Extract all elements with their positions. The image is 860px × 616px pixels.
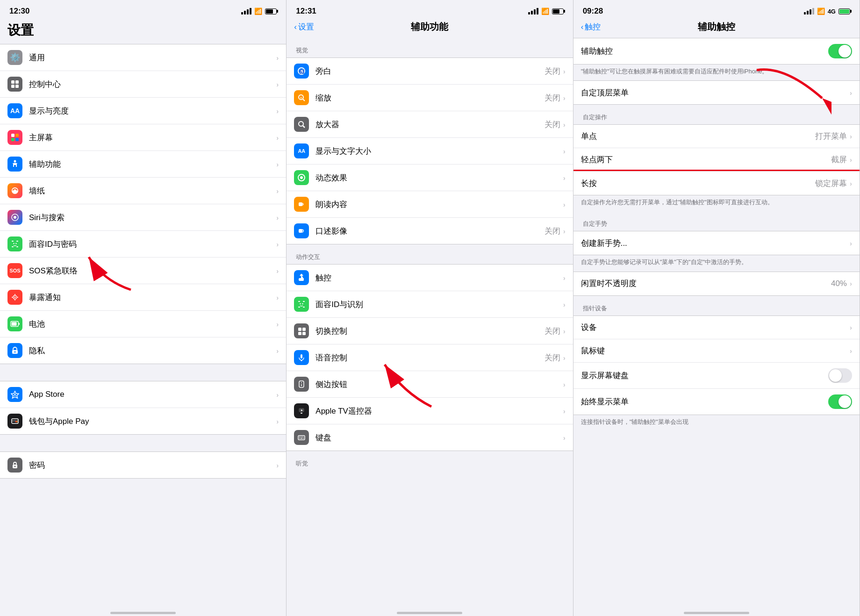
settings-item-battery[interactable]: 电池 › <box>0 311 286 337</box>
chevron-icon: › <box>276 294 279 301</box>
nav-back-3[interactable]: ‹ 触控 <box>581 21 601 32</box>
keyboard-icon <box>294 430 309 445</box>
general-icon: ⚙️ <box>7 50 22 65</box>
display-icon: AA <box>7 103 22 118</box>
at-mousekeys-row[interactable]: 鼠标键 › <box>573 339 860 363</box>
appletv-icon <box>294 403 309 418</box>
siri-icon <box>7 210 22 225</box>
settings-item-siri[interactable]: Siri与搜索 › <box>0 204 286 231</box>
at-device-row[interactable]: 设备 › <box>573 316 860 339</box>
acc-item-zoom[interactable]: + 缩放 关闭 › <box>287 85 573 111</box>
at-toggle-row[interactable]: 辅助触控 <box>573 38 860 64</box>
time-1: 12:30 <box>9 7 29 16</box>
chevron-icon: › <box>563 354 566 362</box>
at-opacity-group: 闲置时不透明度 40% › <box>573 272 860 296</box>
at-always-show-row[interactable]: 始终显示菜单 <box>573 389 860 415</box>
settings-item-wallet[interactable]: 钱包与Apple Pay › <box>0 408 286 434</box>
motion-icon <box>294 170 309 185</box>
password-icon <box>7 458 22 473</box>
acc-item-side-button[interactable]: 侧边按钮 › <box>287 371 573 398</box>
at-toggle[interactable] <box>828 44 852 58</box>
home-indicator-2 <box>397 612 462 614</box>
faceid-icon <box>7 236 22 251</box>
chevron-icon: › <box>850 323 852 331</box>
back-chevron-icon-2: ‹ <box>294 22 297 32</box>
section-header-custom-gestures: 自定手势 <box>573 211 860 231</box>
battery-settings-icon <box>7 316 22 331</box>
chevron-icon: › <box>563 274 566 282</box>
settings-item-faceid[interactable]: 面容ID与密码 › <box>0 231 286 258</box>
acc-item-spoken[interactable]: 朗读内容 › <box>287 191 573 218</box>
at-show-keyboard-row[interactable]: 显示屏幕键盘 <box>573 363 860 389</box>
magnifier-icon <box>294 117 309 132</box>
at-create-gesture[interactable]: 创建新手势... › <box>573 231 860 255</box>
assistivetouch-scroll[interactable]: 辅助触控 "辅助触控"可让您在触摸屏幕有困难或需要自适应配件时使用iPhone。… <box>573 38 860 609</box>
settings-item-accessibility[interactable]: 辅助功能 › <box>0 151 286 178</box>
settings-item-exposure[interactable]: 暴露通知 › <box>0 284 286 311</box>
show-keyboard-toggle[interactable] <box>828 368 852 383</box>
svg-line-39 <box>303 99 305 101</box>
chevron-icon: › <box>850 239 852 247</box>
zoom-icon: + <box>294 90 309 105</box>
toggle-knob-3 <box>838 395 851 408</box>
svg-rect-45 <box>299 202 302 206</box>
at-single-tap[interactable]: 单点 打开菜单 › <box>573 125 860 148</box>
at-topmenu-group: 自定顶层菜单 › <box>573 80 860 105</box>
svg-point-51 <box>300 303 301 304</box>
svg-rect-11 <box>12 241 14 242</box>
settings-item-display[interactable]: AA 显示与亮度 › <box>0 98 286 124</box>
settings-item-wallpaper[interactable]: 墙纸 › <box>0 178 286 204</box>
svg-point-44 <box>300 176 303 179</box>
signal-icon-2 <box>528 8 538 14</box>
settings-item-privacy[interactable]: 隐私 › <box>0 337 286 364</box>
settings-item-homescreen[interactable]: 主屏幕 › <box>0 124 286 151</box>
battery-icon-3 <box>838 8 850 14</box>
svg-rect-68 <box>302 437 303 437</box>
acc-item-faceid2[interactable]: 面容ID与识别 › <box>287 291 573 318</box>
accessibility-icon <box>7 157 22 172</box>
always-show-toggle[interactable] <box>828 394 852 409</box>
svg-point-8 <box>14 160 16 163</box>
acc-item-magnifier[interactable]: 放大器 关闭 › <box>287 111 573 138</box>
svg-rect-55 <box>298 332 301 335</box>
acc-item-keyboard[interactable]: 键盘 › <box>287 424 573 451</box>
svg-text:♿: ♿ <box>299 69 305 74</box>
page-title-1: 设置 <box>0 19 286 44</box>
settings-item-password[interactable]: 密码 › <box>0 452 286 478</box>
wifi-icon-1: 📶 <box>254 7 262 15</box>
acc-item-audiodescription[interactable]: 口述影像 关闭 › <box>287 218 573 244</box>
wallpaper-icon <box>7 183 22 198</box>
chevron-icon: › <box>276 54 279 62</box>
acc-item-touch[interactable]: 触控 › <box>287 265 573 291</box>
svg-point-15 <box>13 243 14 244</box>
settings-item-sos[interactable]: SOS SOS紧急联络 › <box>0 258 286 284</box>
chevron-icon: › <box>276 187 279 195</box>
settings-item-appstore[interactable]: A App Store › <box>0 381 286 408</box>
acc-item-voice-control[interactable]: 语音控制 关闭 › <box>287 344 573 371</box>
settings-item-general[interactable]: ⚙️ 通用 › <box>0 44 286 71</box>
at-opacity-row[interactable]: 闲置时不透明度 40% › <box>573 272 860 295</box>
acc-item-motion[interactable]: 动态效果 › <box>287 165 573 191</box>
svg-line-42 <box>303 126 305 128</box>
accessibility-scroll[interactable]: 视觉 ♿ 旁白 关闭 › + 缩放 关闭 › <box>287 38 573 609</box>
chevron-icon: › <box>276 461 279 469</box>
chevron-icon: › <box>276 214 279 222</box>
settings-item-control-center[interactable]: 控制中心 › <box>0 71 286 98</box>
status-icons-2: 📶 <box>528 7 564 15</box>
touch-icon <box>294 270 309 285</box>
acc-item-voiceover[interactable]: ♿ 旁白 关闭 › <box>287 58 573 85</box>
at-topmenu-row[interactable]: 自定顶层菜单 › <box>573 81 860 104</box>
settings-scroll[interactable]: ⚙️ 通用 › 控制中心 › AA 显示与亮度 › <box>0 44 286 609</box>
acc-item-switch-control[interactable]: 切换控制 关闭 › <box>287 318 573 344</box>
svg-rect-49 <box>298 307 300 308</box>
at-double-tap[interactable]: 轻点两下 截屏 › <box>573 148 860 172</box>
acc-item-appletv[interactable]: Apple TV遥控器 › <box>287 398 573 424</box>
acc-item-display-text[interactable]: AA 显示与文字大小 › <box>287 138 573 165</box>
svg-rect-14 <box>16 246 18 247</box>
chevron-icon: › <box>563 301 566 308</box>
svg-point-52 <box>302 303 303 304</box>
exposure-icon <box>7 290 22 305</box>
at-long-press[interactable]: 长按 锁定屏幕 › <box>573 172 860 195</box>
svg-rect-48 <box>303 301 305 302</box>
nav-back-2[interactable]: ‹ 设置 <box>294 21 314 32</box>
